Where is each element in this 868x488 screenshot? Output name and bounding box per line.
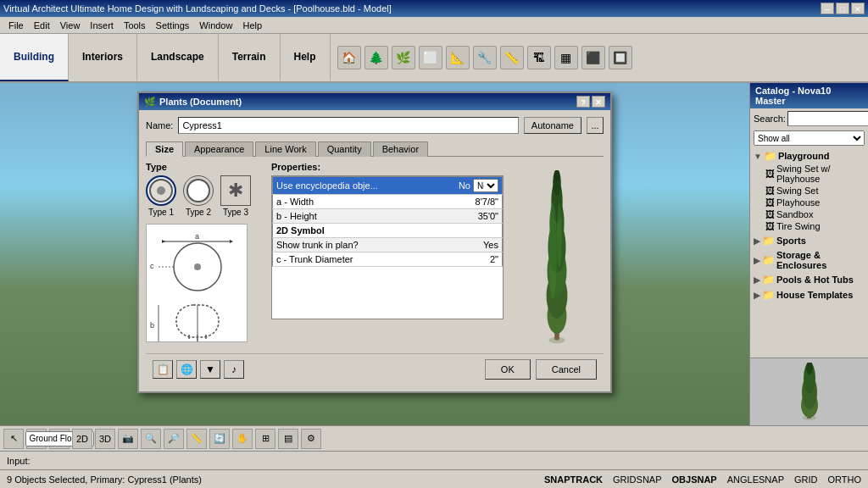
snap-gridsnap[interactable]: GRIDSNAP [613,474,661,485]
tool-icon-grid[interactable]: ⊞ [255,429,275,449]
tab-behavior[interactable]: Behavior [373,141,428,157]
dialog-close-button[interactable]: ✕ [592,96,605,108]
dialog-help-button[interactable]: ? [576,96,590,108]
toolbar-icon-5[interactable]: 📐 [446,46,470,69]
snap-bar: SNAPTRACK GRIDSNAP OBJSNAP ANGLESNAP GRI… [544,474,861,485]
catalog-filter-select[interactable]: Show all Plants Trees [754,130,865,146]
tree-item-swingset-playhouse[interactable]: 🖼 Swing Set w/ Playhouse [752,163,866,185]
dialog-icon-btn-arrow[interactable]: ▼ [200,360,220,379]
tree-group-sports-header[interactable]: ▶ 📁 Sports [752,234,866,247]
dialog-title-icon: 🌿 [144,97,156,108]
tree-group-house-header[interactable]: ▶ 📁 House Templates [752,288,866,302]
maximize-button[interactable]: □ [836,3,849,14]
tab-terrain[interactable]: Terrain [219,34,281,81]
menu-window[interactable]: Window [194,19,237,32]
tool-icon-rotate[interactable]: 🔄 [209,429,230,449]
catalog-title: Catalog - Nova10 Master [750,83,868,108]
name-label: Name: [146,120,173,130]
menu-help[interactable]: Help [237,19,267,32]
dialog-title-text: Plants (Document) [159,97,576,107]
tab-linework[interactable]: Line Work [255,141,315,157]
tab-help[interactable]: Help [281,34,331,81]
catalog-panel: Catalog - Nova10 Master Search: Show all… [749,83,868,425]
item-label-swingset: Swing Set [776,186,819,196]
dimension-diagram: a c [146,224,248,342]
dots-button[interactable]: ... [587,117,604,134]
ok-button[interactable]: OK [485,359,531,380]
encyclopedia-select[interactable]: NoYes [473,179,498,192]
menu-tools[interactable]: Tools [119,19,151,32]
dialog-icon-btn-2[interactable]: 🌐 [176,360,197,379]
menu-insert[interactable]: Insert [85,19,119,32]
tool-icon-pointer[interactable]: ↖ [3,429,24,449]
dialog-icon-btn-1[interactable]: 📋 [153,360,173,379]
svg-point-23 [557,202,562,267]
toolbar-icon-10[interactable]: ⬛ [581,46,605,69]
tool-icon-pan[interactable]: ✋ [232,429,253,449]
toolbar-icon-11[interactable]: 🔲 [609,46,632,69]
close-button[interactable]: ✕ [851,3,865,14]
toolbar-icon-3[interactable]: 🌿 [392,46,415,69]
tool-icon-zoom-out[interactable]: 🔎 [164,429,184,449]
toolbar-icon-6[interactable]: 🔧 [473,46,497,69]
dialog-tabs: Size Appearance Line Work Quantity Behav… [146,141,604,157]
tool-icon-measure[interactable]: 📏 [186,429,207,449]
cancel-button[interactable]: Cancel [536,359,597,380]
dialog-title-buttons: ? ✕ [576,96,605,108]
tool-icon-3d[interactable]: 3D [95,429,115,449]
tree-item-playhouse[interactable]: 🖼 Playhouse [752,197,866,208]
toolbar-icon-1[interactable]: 🏠 [337,46,361,69]
item-icon-1: 🖼 [765,169,775,179]
properties-label: Properties: [271,162,504,172]
menu-edit[interactable]: Edit [29,19,55,32]
tree-item-sandbox[interactable]: 🖼 Sandbox [752,208,866,220]
toolbar-icon-9[interactable]: ▦ [554,46,578,69]
minimize-button[interactable]: ─ [821,3,834,14]
dialog-icon-btn-3[interactable]: ♪ [224,360,244,379]
toolbar-icon-8[interactable]: 🏗 [527,46,551,69]
tree-group-playground: ▼ 📁 Playground 🖼 Swing Set w/ Playhouse … [752,149,866,232]
tree-group-playground-header[interactable]: ▼ 📁 Playground [752,149,866,163]
tab-landscape[interactable]: Landscape [137,34,219,81]
type-option-1[interactable]: Type 1 [146,175,176,217]
tool-icon-zoom-in[interactable]: 🔍 [141,429,161,449]
snap-snaptrack[interactable]: SNAPTRACK [544,474,603,485]
tab-interiors[interactable]: Interiors [69,34,137,81]
type-3-label: Type 3 [223,208,248,217]
viewport[interactable]: 🌿 Plants (Document) ? ✕ Name: Autoname .… [0,83,749,425]
name-input[interactable] [178,117,518,134]
menu-file[interactable]: File [3,19,29,32]
autoname-button[interactable]: Autoname [524,117,581,134]
tab-building[interactable]: Building [0,34,69,81]
snap-objsnap[interactable]: OBJSNAP [672,474,717,485]
tree-group-storage-header[interactable]: ▶ 📁 Storage & Enclosures [752,249,866,271]
snap-anglesnap[interactable]: ANGLESNAP [727,474,784,485]
snap-grid[interactable]: GRID [794,474,818,485]
tool-icon-settings[interactable]: ⚙ [301,429,321,449]
bottom-toolbar: ↖ 🏠 Ground Floor Floor 1 2D 3D 📷 🔍 🔎 📏 🔄… [0,425,868,451]
type-option-2[interactable]: Type 2 [183,175,214,217]
tool-icon-layers[interactable]: ▤ [278,429,298,449]
dialog-bottom-right: OK Cancel [485,359,597,380]
folder-icon-playground: 📁 [764,150,776,162]
tree-group-pools-header[interactable]: ▶ 📁 Pools & Hot Tubs [752,273,866,286]
snap-ortho[interactable]: ORTHO [827,474,861,485]
tab-appearance[interactable]: Appearance [185,141,253,157]
catalog-search-label: Search: [754,114,786,124]
tab-quantity[interactable]: Quantity [318,141,371,157]
toolbar-icon-4[interactable]: ⬜ [419,46,442,69]
catalog-search-input[interactable] [787,111,868,126]
dialog-body: Name: Autoname ... Size Appearance Line … [139,110,610,391]
menu-settings[interactable]: Settings [151,19,195,32]
tool-icon-cam[interactable]: 📷 [118,429,138,449]
prop-row-trunk-diameter: c - Trunk Diameter 2" [273,252,503,267]
expand-icon-pools: ▶ [754,275,760,285]
toolbar-icon-7[interactable]: 📏 [500,46,524,69]
type-option-3[interactable]: ✱ Type 3 [220,175,251,217]
tree-item-swingset[interactable]: 🖼 Swing Set [752,185,866,197]
tool-icon-2d[interactable]: 2D [72,429,92,449]
tab-size[interactable]: Size [146,141,183,157]
menu-view[interactable]: View [55,19,86,32]
toolbar-icon-2[interactable]: 🌲 [364,46,388,69]
tree-item-tireswing[interactable]: 🖼 Tire Swing [752,220,866,232]
